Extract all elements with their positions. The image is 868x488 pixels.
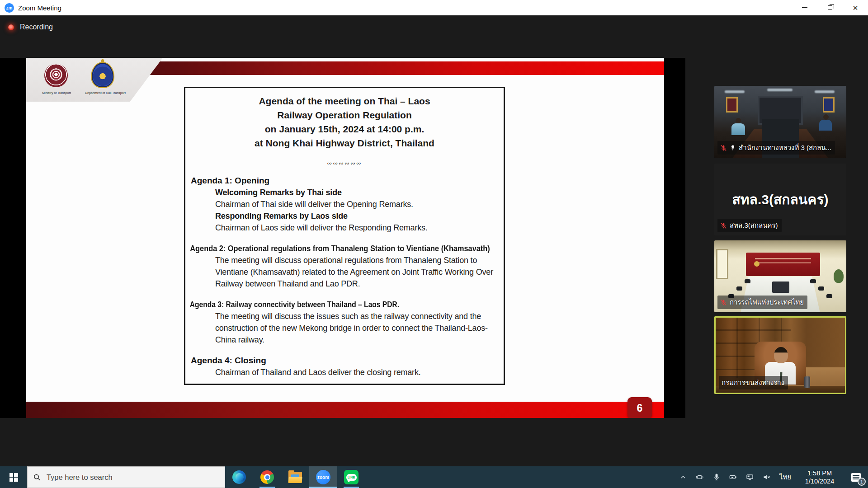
participant-name-label: สำนักงานทางหลวงที่ 3 (สกลน... — [717, 141, 835, 155]
scene-person — [731, 123, 745, 135]
recording-indicator: Recording — [8, 23, 53, 31]
agenda-3-heading: Agenda 3: Railway connectivity between T… — [185, 299, 446, 310]
agenda-2-item: The meeting will discuss operational reg… — [185, 254, 504, 290]
scene-portrait — [726, 97, 738, 113]
taskbar-app-zoom[interactable]: zoom — [309, 466, 337, 488]
participants-panel: สำนักงานทางหลวงที่ 3 (สกลน... สทล.3(สกลน… — [714, 86, 846, 402]
agenda-box: Agenda of the meeting on Thai – Laos Rai… — [184, 87, 505, 385]
participant-name: สำนักงานทางหลวงที่ 3 (สกลน... — [739, 142, 831, 153]
participant-tile-state-railway[interactable]: การรถไฟแห่งประเทศไทย — [714, 240, 846, 312]
edge-icon — [232, 470, 246, 484]
participant-tile-video-off[interactable]: สทล.3(สกลนคร) สทล.3(สกลนคร) — [714, 164, 846, 235]
slide-logo-plate: Ministry of Transport Department of Rail… — [26, 58, 163, 102]
slide-bottom-banner — [26, 402, 664, 418]
participant-name: กรมการขนส่งทางราง — [722, 377, 784, 388]
tray-clock[interactable]: 1:58 PM 1/10/2024 — [796, 466, 844, 488]
tray-display-icon[interactable] — [741, 466, 758, 488]
zoom-icon-text: zoom — [317, 475, 329, 480]
slide-title-line-3: on January 15th, 2024 at 14:00 p.m. — [185, 122, 504, 136]
pin-icon — [730, 145, 736, 151]
slide-page-number: 6 — [627, 397, 652, 418]
participant-name-label: สทล.3(สกลนคร) — [717, 219, 782, 232]
taskbar-app-file-explorer[interactable] — [281, 466, 309, 488]
minimize-icon — [802, 7, 807, 8]
zoom-app-icon-text: zm — [6, 5, 13, 10]
scene-person-head — [774, 347, 788, 364]
taskbar-app-edge[interactable] — [225, 466, 253, 488]
scene-monitor — [772, 282, 789, 293]
mic-muted-icon — [720, 299, 727, 306]
close-icon: ✕ — [853, 5, 859, 11]
system-tray: ไทย 1:58 PM 1/10/2024 1 — [675, 466, 868, 488]
restore-button[interactable] — [817, 0, 843, 15]
tray-notification-icon[interactable]: 1 — [844, 466, 868, 488]
participant-name: สทล.3(สกลนคร) — [730, 220, 778, 231]
agenda-1-item: Welcoming Remarks by Thai side — [185, 187, 504, 198]
scene-person — [819, 120, 832, 131]
scene-chairs — [810, 279, 816, 283]
scene-chairs — [745, 279, 750, 283]
tray-meet-now-camera-icon[interactable] — [691, 466, 708, 488]
shared-slide: Ministry of Transport Department of Rail… — [26, 58, 664, 418]
zoom-taskbar-icon: zoom — [316, 470, 330, 484]
tray-date: 1/10/2024 — [798, 477, 841, 485]
start-button[interactable] — [0, 466, 27, 488]
slide-title-line-1: Agenda of the meeting on Thai – Laos — [185, 94, 504, 108]
taskbar-search[interactable] — [27, 466, 225, 488]
meeting-area: Recording Ministry of Transport Departme… — [0, 15, 868, 466]
participant-name-label: กรมการขนส่งทางราง — [719, 376, 788, 389]
participant-name: การรถไฟแห่งประเทศไทย — [730, 297, 804, 308]
zoom-app-icon: zm — [5, 3, 14, 13]
page-number-text: 6 — [637, 402, 643, 414]
line-icon-text: LINE — [346, 474, 357, 481]
agenda-section-1: Agenda 1: Opening Welcoming Remarks by T… — [185, 175, 504, 234]
tray-battery-icon[interactable] — [725, 466, 741, 488]
scene-light — [815, 90, 835, 93]
slide-title-line-2: Railway Operation Regulation — [185, 108, 504, 122]
participant-tile-highway-office[interactable]: สำนักงานทางหลวงที่ 3 (สกลน... — [714, 86, 846, 158]
taskbar-app-line[interactable]: LINE — [337, 466, 365, 488]
windows-taskbar: zoom LINE — [0, 466, 868, 488]
ministry-of-transport-logo — [44, 64, 68, 87]
window-titlebar: zm Zoom Meeting ✕ — [0, 0, 868, 15]
windows-logo-icon — [9, 473, 18, 482]
scene-crest — [754, 261, 760, 267]
ornament-divider: ∾∾∾∾∾∾ — [185, 160, 504, 167]
agenda-4-item: Chairman of Thailand and Laos deliver th… — [185, 366, 504, 378]
taskbar-app-chrome[interactable] — [253, 466, 281, 488]
agenda-1-heading: Agenda 1: Opening — [185, 175, 504, 187]
zoom-meeting-window: zm Zoom Meeting ✕ Recording Ministry of … — [0, 0, 868, 488]
agenda-1-item: Chairman of Thai side will deliver the O… — [185, 198, 504, 210]
shared-screen-backdrop: Ministry of Transport Department of Rail… — [0, 58, 685, 418]
agenda-4-heading: Agenda 4: Closing — [185, 355, 504, 366]
scene-light — [767, 89, 793, 91]
scene-window — [716, 249, 728, 279]
recording-dot-icon — [8, 24, 14, 30]
file-explorer-icon — [288, 472, 302, 483]
agenda-1-item: Chairman of Laos side will deliver the R… — [185, 222, 504, 234]
slide-title-line-4: at Nong Khai Highway District, Thailand — [185, 136, 504, 150]
agenda-sections: Agenda 1: Opening Welcoming Remarks by T… — [185, 175, 504, 378]
close-button[interactable]: ✕ — [843, 0, 868, 15]
notification-badge: 1 — [858, 478, 866, 486]
search-input[interactable] — [46, 473, 219, 482]
agenda-2-heading: Agenda 2: Operational regulations from T… — [185, 243, 459, 254]
agenda-1-item: Responding Remarks by Laos side — [185, 210, 504, 222]
participant-name-label: การรถไฟแห่งประเทศไทย — [717, 296, 807, 309]
minimize-button[interactable] — [792, 0, 817, 15]
participant-tile-rail-department-active-speaker[interactable]: กรมการขนส่งทางราง — [714, 316, 846, 394]
scene-plant — [834, 269, 844, 283]
tray-chevron-up-icon[interactable] — [675, 466, 691, 488]
agenda-3-item: The meeting will discuss the issues such… — [185, 310, 504, 346]
tray-microphone-icon[interactable] — [708, 466, 725, 488]
agenda-section-3: Agenda 3: Railway connectivity between T… — [185, 299, 504, 346]
mic-muted-icon — [720, 222, 727, 229]
tray-volume-muted-icon[interactable] — [758, 466, 775, 488]
tray-language-indicator[interactable]: ไทย — [775, 466, 796, 488]
scene-light — [725, 90, 745, 93]
restore-icon — [828, 5, 832, 10]
agenda-section-4: Agenda 4: Closing Chairman of Thailand a… — [185, 355, 504, 378]
scene-tumbler — [804, 376, 810, 388]
tray-time: 1:58 PM — [798, 469, 841, 477]
participant-display-name: สทล.3(สกลนคร) — [714, 189, 846, 210]
